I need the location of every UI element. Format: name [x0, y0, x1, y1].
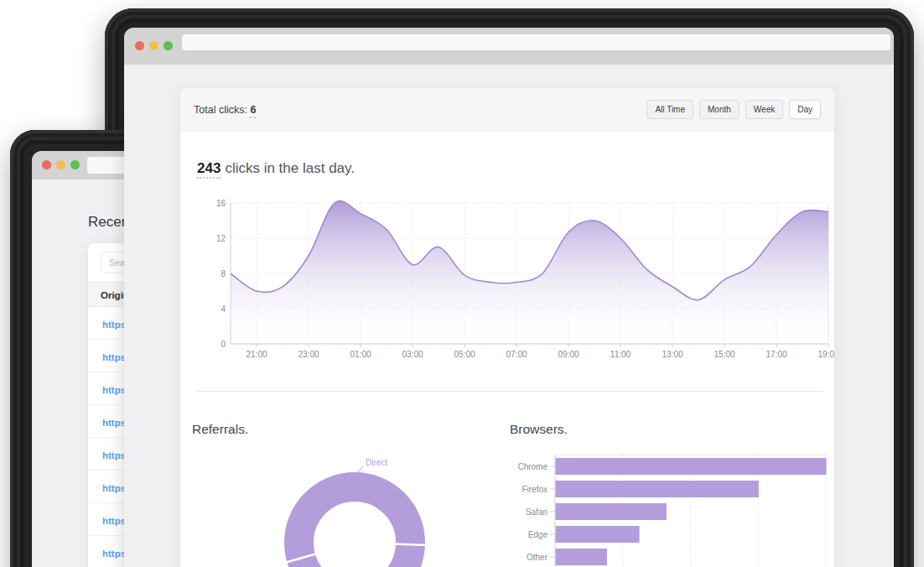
analytics-card: Total clicks: 6 All TimeMonthWeekDay 243…	[180, 88, 834, 567]
filter-buttons: All TimeMonthWeekDay	[646, 100, 821, 119]
browsers-bar-chart: ChromeFirefoxSafariEdgeOther	[499, 449, 831, 567]
svg-text:23:00: 23:00	[298, 350, 319, 359]
svg-text:Firefox: Firefox	[522, 485, 548, 494]
svg-text:Chrome: Chrome	[517, 462, 548, 471]
svg-text:07:00: 07:00	[506, 350, 527, 359]
minimize-icon[interactable]	[149, 41, 158, 50]
browsers-heading: Browsers.	[510, 422, 568, 437]
svg-text:11:00: 11:00	[610, 350, 631, 359]
svg-text:19:00: 19:00	[818, 350, 834, 359]
svg-text:15:00: 15:00	[714, 350, 735, 359]
svg-text:03:00: 03:00	[402, 350, 423, 359]
svg-text:Edge: Edge	[528, 530, 548, 539]
zoom-icon[interactable]	[164, 41, 173, 50]
filter-button-month[interactable]: Month	[699, 100, 740, 119]
front-window: Total clicks: 6 All TimeMonthWeekDay 243…	[124, 28, 894, 567]
svg-text:05:00: 05:00	[454, 350, 475, 359]
svg-text:12: 12	[216, 234, 226, 243]
referrals-heading: Referrals.	[192, 422, 248, 437]
card-header: Total clicks: 6 All TimeMonthWeekDay	[180, 88, 834, 132]
headline-text: clicks in the last day.	[225, 160, 355, 176]
zoom-icon[interactable]	[70, 160, 80, 169]
svg-text:4: 4	[221, 304, 226, 314]
minimize-icon[interactable]	[56, 160, 65, 169]
front-titlebar	[124, 28, 894, 65]
total-clicks-value: 6	[250, 104, 256, 118]
svg-text:09:00: 09:00	[558, 350, 579, 359]
headline-count: 243	[197, 160, 221, 179]
close-icon[interactable]	[42, 160, 51, 169]
total-clicks-label: Total clicks:	[194, 104, 247, 116]
close-icon[interactable]	[135, 41, 144, 50]
svg-text:17:00: 17:00	[766, 350, 786, 359]
section-divider	[197, 391, 823, 392]
headline: 243clicks in the last day.	[197, 160, 355, 177]
svg-text:Other: Other	[527, 553, 548, 562]
svg-text:21:00: 21:00	[246, 350, 267, 359]
svg-text:01:00: 01:00	[350, 350, 371, 359]
address-bar[interactable]	[182, 34, 890, 50]
svg-text:16: 16	[216, 199, 226, 208]
referrals-donut-chart: Direct	[254, 455, 455, 567]
total-clicks: Total clicks: 6	[194, 104, 256, 116]
svg-text:0: 0	[221, 340, 226, 349]
page: Recent Original https://https://https://…	[0, 0, 924, 567]
svg-text:13:00: 13:00	[662, 350, 683, 359]
svg-text:8: 8	[221, 269, 226, 278]
filter-button-week[interactable]: Week	[745, 100, 783, 119]
filter-button-day[interactable]: Day	[789, 100, 821, 119]
svg-text:Safari: Safari	[526, 507, 548, 517]
filter-button-all-time[interactable]: All Time	[646, 100, 693, 119]
svg-text:Direct: Direct	[366, 458, 387, 467]
clicks-area-chart: 048121621:0023:0001:0003:0005:0007:0009:…	[197, 187, 834, 367]
